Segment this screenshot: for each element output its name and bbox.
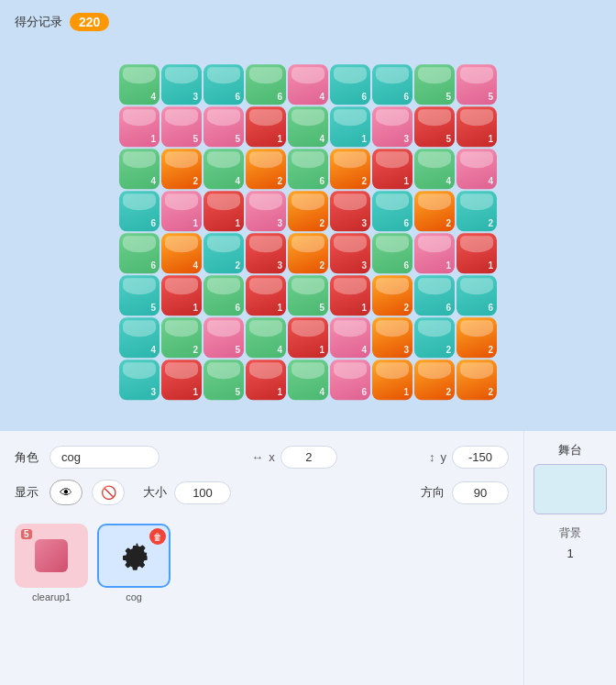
tile-r0-c3[interactable]: 6 — [246, 64, 286, 105]
tile-r6-c6[interactable]: 3 — [372, 317, 412, 358]
tile-r0-c1[interactable]: 3 — [161, 64, 202, 105]
tile-r3-c1[interactable]: 1 — [161, 191, 202, 231]
tile-r7-c8[interactable]: 2 — [456, 359, 497, 400]
tile-r2-c0[interactable]: 4 — [119, 149, 160, 189]
game-area: 得分记录 220 4366466551551413514242621446113… — [0, 0, 616, 431]
tile-r1-c2[interactable]: 5 — [204, 106, 244, 147]
tile-r2-c8[interactable]: 4 — [456, 149, 497, 189]
tile-r1-c4[interactable]: 4 — [288, 106, 328, 147]
tile-r5-c7[interactable]: 6 — [414, 275, 455, 315]
tile-r3-c2[interactable]: 1 — [204, 191, 244, 231]
sprite-item-clearup1[interactable]: 5 clearup1 — [15, 524, 88, 602]
tile-r4-c1[interactable]: 4 — [161, 233, 202, 273]
tile-r7-c3[interactable]: 1 — [246, 359, 286, 400]
tile-r7-c7[interactable]: 2 — [414, 359, 455, 400]
tile-r1-c7[interactable]: 5 — [414, 106, 455, 147]
tile-r6-c2[interactable]: 5 — [204, 317, 244, 358]
size-input[interactable] — [174, 481, 231, 504]
tile-r5-c3[interactable]: 1 — [246, 275, 286, 315]
x-input[interactable] — [280, 446, 337, 469]
tile-r2-c1[interactable]: 2 — [161, 149, 202, 189]
tile-r4-c4[interactable]: 2 — [288, 233, 328, 273]
y-input[interactable] — [452, 446, 509, 469]
tile-r6-c0[interactable]: 4 — [119, 317, 160, 358]
tile-r5-c6[interactable]: 2 — [372, 275, 412, 315]
tile-r6-c5[interactable]: 4 — [330, 317, 370, 358]
tile-r5-c1[interactable]: 1 — [161, 275, 202, 315]
tile-r3-c7[interactable]: 2 — [414, 191, 455, 231]
tile-r3-c8[interactable]: 2 — [456, 191, 497, 231]
tile-r3-c4[interactable]: 2 — [288, 191, 328, 231]
hide-button[interactable]: 🚫 — [92, 480, 125, 505]
display-row: 显示 👁 🚫 大小 方向 — [15, 480, 509, 505]
x-coord-group: ↔ x — [251, 446, 337, 469]
tile-r0-c0[interactable]: 4 — [119, 64, 160, 105]
tile-r6-c1[interactable]: 2 — [161, 317, 202, 358]
tile-r3-c5[interactable]: 3 — [330, 191, 370, 231]
tile-r5-c0[interactable]: 5 — [119, 275, 160, 315]
tile-r0-c7[interactable]: 5 — [414, 64, 455, 105]
tile-r3-c6[interactable]: 6 — [372, 191, 412, 231]
tile-r2-c6[interactable]: 1 — [372, 149, 412, 189]
grid-container: 4366466551551413514242621446113236226423… — [119, 64, 497, 400]
y-arrow-icon: ↕ — [429, 450, 435, 464]
score-label: 得分记录 — [15, 14, 62, 30]
tile-r7-c5[interactable]: 6 — [330, 359, 370, 400]
tile-r5-c4[interactable]: 5 — [288, 275, 328, 315]
tile-r7-c0[interactable]: 3 — [119, 359, 160, 400]
tile-r7-c2[interactable]: 5 — [204, 359, 244, 400]
tile-r0-c2[interactable]: 6 — [204, 64, 244, 105]
tile-r6-c8[interactable]: 2 — [456, 317, 497, 358]
tile-r7-c4[interactable]: 4 — [288, 359, 328, 400]
tile-r6-c3[interactable]: 4 — [246, 317, 286, 358]
tile-r0-c5[interactable]: 6 — [330, 64, 370, 105]
show-button[interactable]: 👁 — [50, 480, 82, 505]
sprite-thumb-cog[interactable]: 🗑 — [97, 524, 170, 588]
delete-cog-button[interactable]: 🗑 — [149, 528, 166, 545]
tile-r4-c0[interactable]: 6 — [119, 233, 160, 273]
tile-r1-c0[interactable]: 1 — [119, 106, 160, 147]
sprite-name-input[interactable] — [50, 446, 160, 469]
tile-r1-c3[interactable]: 1 — [246, 106, 286, 147]
tile-r4-c5[interactable]: 3 — [330, 233, 370, 273]
tile-r0-c8[interactable]: 5 — [456, 64, 497, 105]
tile-r7-c1[interactable]: 1 — [161, 359, 202, 400]
tile-r4-c8[interactable]: 1 — [456, 233, 497, 273]
tile-r3-c3[interactable]: 3 — [246, 191, 286, 231]
show-label: 显示 — [15, 484, 40, 501]
direction-input[interactable] — [452, 481, 509, 504]
tile-r5-c8[interactable]: 6 — [456, 275, 497, 315]
tile-r5-c2[interactable]: 6 — [204, 275, 244, 315]
tile-r4-c7[interactable]: 1 — [414, 233, 455, 273]
sprite-thumb-clearup1[interactable]: 5 — [15, 524, 88, 588]
stage-thumbnail[interactable] — [534, 464, 607, 514]
tile-r1-c5[interactable]: 1 — [330, 106, 370, 147]
tile-r2-c2[interactable]: 4 — [204, 149, 244, 189]
tile-r2-c4[interactable]: 6 — [288, 149, 328, 189]
tile-r4-c6[interactable]: 6 — [372, 233, 412, 273]
tile-grid: 4366466551551413514242621446113236226423… — [119, 64, 497, 400]
tile-r1-c8[interactable]: 1 — [456, 106, 497, 147]
tile-r2-c5[interactable]: 2 — [330, 149, 370, 189]
controls-left: 角色 ↔ x ↕ y 显示 👁 🚫 大小 方向 — [0, 431, 524, 685]
tile-r0-c6[interactable]: 6 — [372, 64, 412, 105]
tile-r5-c5[interactable]: 1 — [330, 275, 370, 315]
direction-group: 方向 — [421, 481, 509, 504]
tile-r1-c6[interactable]: 3 — [372, 106, 412, 147]
tile-r1-c1[interactable]: 5 — [161, 106, 202, 147]
tile-r3-c0[interactable]: 6 — [119, 191, 160, 231]
score-badge: 220 — [70, 13, 109, 31]
tile-r4-c2[interactable]: 2 — [204, 233, 244, 273]
tile-r0-c4[interactable]: 4 — [288, 64, 328, 105]
sprite-item-cog[interactable]: 🗑 cog — [97, 524, 170, 602]
tile-r2-c7[interactable]: 4 — [414, 149, 455, 189]
tile-r4-c3[interactable]: 3 — [246, 233, 286, 273]
size-group: 大小 — [143, 481, 231, 504]
tile-r7-c6[interactable]: 1 — [372, 359, 412, 400]
size-label: 大小 — [143, 484, 169, 501]
score-bar: 得分记录 220 — [15, 13, 109, 31]
tile-r6-c4[interactable]: 1 — [288, 317, 328, 358]
tile-r2-c3[interactable]: 2 — [246, 149, 286, 189]
tile-r6-c7[interactable]: 2 — [414, 317, 455, 358]
controls-area: 角色 ↔ x ↕ y 显示 👁 🚫 大小 方向 — [0, 431, 616, 685]
